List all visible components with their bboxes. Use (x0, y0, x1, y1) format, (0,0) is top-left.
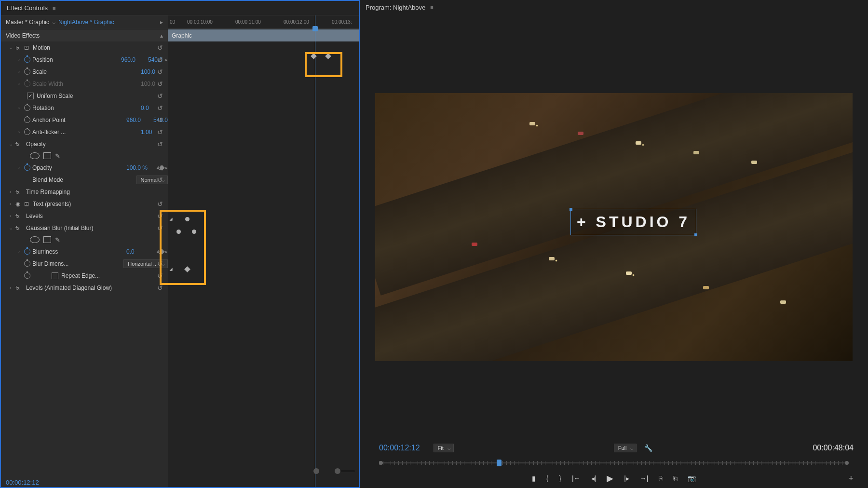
scrub-playhead[interactable] (497, 460, 502, 466)
twirl-down-icon[interactable]: ⌵ (10, 45, 15, 50)
blurriness-value[interactable]: 0.0 (126, 248, 153, 255)
uniform-scale-checkbox[interactable] (27, 93, 34, 99)
stopwatch-icon[interactable] (24, 105, 30, 111)
uniform-scale-row[interactable]: Uniform Scale ↺ (1, 90, 168, 102)
step-forward-icon[interactable]: |▸ (624, 474, 629, 482)
graphic-title-selected[interactable]: + STUDIO 7 (570, 209, 696, 235)
time-ruler[interactable]: 00 00:00:10:00 00:00:11:00 00:00:12:00 0… (168, 15, 359, 29)
video-frame[interactable]: + STUDIO 7 (375, 93, 853, 361)
time-remapping-row[interactable]: › fx Time Remapping (1, 186, 168, 198)
rotation-row[interactable]: › Rotation 0.0 ↺ (1, 102, 168, 114)
reset-icon[interactable]: ↺ (157, 92, 163, 100)
rect-mask-icon[interactable] (43, 152, 51, 159)
stopwatch-icon[interactable] (24, 56, 30, 63)
goto-in-icon[interactable]: |← (572, 474, 581, 482)
zoom-fit-dropdown[interactable]: Fit (434, 444, 454, 452)
anchor-point-row[interactable]: Anchor Point 960.0 540.0 ↺ (1, 114, 168, 126)
stopwatch-icon[interactable] (24, 260, 30, 267)
pen-mask-icon[interactable]: ✎ (55, 152, 60, 160)
repeat-edge-checkbox[interactable] (52, 272, 58, 279)
twirl-icon[interactable]: › (10, 190, 15, 194)
twirl-icon[interactable]: › (18, 106, 24, 110)
position-x-value[interactable]: 960.0 (121, 56, 148, 63)
twirl-down-icon[interactable]: ⌵ (10, 142, 15, 147)
twirl-icon[interactable]: › (10, 202, 15, 206)
fx-badge-icon[interactable]: fx (15, 45, 24, 51)
twirl-icon[interactable]: › (18, 69, 24, 74)
ellipse-mask-icon[interactable] (30, 236, 40, 243)
twirl-icon[interactable]: › (18, 130, 24, 135)
extract-icon[interactable]: ⎗ (673, 474, 677, 482)
blurriness-row[interactable]: › Blurriness 0.0 ◂▸ ↺ (1, 245, 168, 258)
stopwatch-icon[interactable] (24, 129, 30, 135)
marker-icon[interactable]: ▮ (532, 474, 536, 482)
blend-mode-row[interactable]: Blend Mode Normal ↺ (1, 174, 168, 186)
rect-mask-icon[interactable] (43, 236, 51, 243)
scale-row[interactable]: › Scale 100.0 ↺ (1, 66, 168, 78)
reset-icon[interactable]: ↺ (157, 104, 163, 112)
stopwatch-icon[interactable] (24, 164, 30, 171)
stopwatch-icon[interactable] (24, 117, 30, 123)
collapse-triangle-icon[interactable]: ▴ (160, 32, 163, 39)
motion-effect-row[interactable]: ⌵ fx ⊡ Motion ↺ (1, 41, 168, 54)
panel-menu-icon[interactable]: ≡ (430, 4, 433, 10)
arrow-right-icon[interactable]: ▸ (160, 19, 163, 26)
add-button-icon[interactable]: + (848, 474, 854, 484)
stopwatch-icon[interactable] (24, 248, 30, 255)
anti-flicker-value[interactable]: 1.00 (141, 129, 168, 136)
anchor-x-value[interactable]: 960.0 (126, 117, 153, 123)
reset-icon[interactable]: ↺ (157, 140, 163, 148)
twirl-down-icon[interactable]: ⌵ (10, 226, 15, 230)
twirl-icon[interactable]: › (10, 214, 15, 218)
out-point-icon[interactable]: } (559, 474, 561, 482)
reset-icon[interactable]: ↺ (157, 80, 163, 88)
program-viewport[interactable]: + STUDIO 7 (360, 14, 868, 440)
in-point-icon[interactable]: { (546, 474, 549, 482)
position-row[interactable]: › Position 960.0 540.0 ▸ ↺ (1, 54, 168, 66)
fx-badge-icon[interactable]: fx (15, 213, 24, 219)
reset-icon[interactable]: ↺ (157, 176, 163, 184)
clip-track-bar[interactable]: Graphic (168, 29, 359, 41)
reset-icon[interactable]: ↺ (157, 56, 163, 64)
source-clip-label[interactable]: NightAbove * Graphic (58, 19, 114, 26)
rotation-value[interactable]: 0.0 (141, 105, 168, 111)
levels-glow-row[interactable]: › fx Levels (Animated Diagonal Glow) ↺ (1, 282, 168, 294)
visibility-icon[interactable]: ◉ (15, 201, 24, 207)
twirl-icon[interactable]: › (10, 285, 15, 290)
play-icon[interactable]: ▶ (607, 473, 613, 484)
pen-mask-icon[interactable]: ✎ (55, 236, 60, 244)
gaussian-blur-row[interactable]: ⌵ fx Gaussian Blur (Initial Blur) ↺ (1, 222, 168, 234)
opacity-effect-row[interactable]: ⌵ fx Opacity ↺ (1, 138, 168, 150)
twirl-icon[interactable]: › (18, 249, 24, 254)
video-effects-header[interactable]: Video Effects ▴ (1, 29, 168, 41)
quality-dropdown[interactable]: Full (614, 444, 637, 452)
opacity-value[interactable]: 100.0 % (126, 164, 153, 171)
horizontal-scrollbar[interactable] (335, 469, 355, 474)
fx-badge-icon[interactable]: fx (15, 141, 24, 147)
blend-mode-dropdown[interactable]: Normal (136, 176, 168, 184)
reset-icon[interactable]: ↺ (157, 44, 163, 52)
panel-menu-icon[interactable]: ≡ (53, 5, 55, 11)
scale-value[interactable]: 100.0 (141, 68, 168, 75)
repeat-edge-row[interactable]: Repeat Edge... ↺ (1, 270, 168, 282)
panel-timecode[interactable]: 00:00:12:12 (6, 479, 39, 486)
scrub-track[interactable] (379, 462, 849, 463)
fx-badge-icon[interactable]: fx (15, 225, 24, 231)
lift-icon[interactable]: ⎘ (659, 474, 663, 482)
blur-dimensions-row[interactable]: Blur Dimens... Horizontal ... ↺ (1, 258, 168, 270)
reset-icon[interactable]: ↺ (157, 200, 163, 208)
playhead-indicator[interactable] (315, 15, 315, 487)
reset-icon[interactable]: ↺ (157, 164, 163, 172)
twirl-icon[interactable]: › (18, 57, 24, 62)
reset-icon[interactable]: ↺ (157, 68, 163, 76)
chevron-down-icon[interactable]: ⌵ (52, 19, 55, 26)
twirl-icon[interactable]: › (18, 165, 24, 170)
stopwatch-icon[interactable] (24, 272, 30, 279)
goto-out-icon[interactable]: →| (640, 474, 649, 482)
current-timecode[interactable]: 00:00:12:12 (379, 444, 420, 452)
stopwatch-icon[interactable] (24, 68, 30, 75)
opacity-value-row[interactable]: › Opacity 100.0 % ◂▸ ↺ (1, 162, 168, 174)
reset-icon[interactable]: ↺ (157, 128, 163, 136)
fx-badge-icon[interactable]: fx (15, 285, 24, 291)
settings-wrench-icon[interactable]: 🔧 (644, 444, 652, 452)
